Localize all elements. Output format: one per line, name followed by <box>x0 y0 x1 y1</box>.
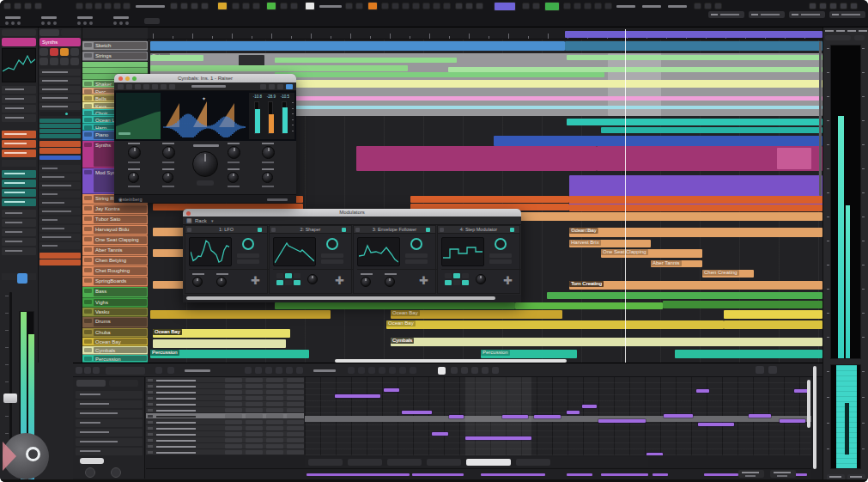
mini-knob[interactable] <box>119 21 123 25</box>
add-modulator-icon[interactable]: ✚ <box>503 274 513 288</box>
editor-button[interactable] <box>471 367 478 374</box>
midi-note[interactable] <box>465 436 531 440</box>
knob[interactable] <box>262 172 273 183</box>
toolbar-button[interactable] <box>94 3 102 9</box>
lane-cell[interactable] <box>246 426 263 430</box>
drum-lane-row[interactable] <box>146 419 304 425</box>
editor-button[interactable] <box>286 367 293 374</box>
mini-knob[interactable] <box>17 21 21 25</box>
lane-cell[interactable] <box>246 444 263 448</box>
accent-button-white[interactable] <box>305 2 315 10</box>
lane-cell[interactable] <box>266 402 283 406</box>
channel-button[interactable] <box>70 48 79 56</box>
depth-knob[interactable] <box>242 238 254 250</box>
lane-cell[interactable] <box>287 426 304 430</box>
editor-button[interactable] <box>93 367 100 374</box>
meter-mode-select[interactable] <box>825 35 851 40</box>
toolbar-button[interactable] <box>14 3 21 9</box>
editor-tab-chip[interactable] <box>308 459 343 466</box>
channel-button[interactable] <box>39 48 48 56</box>
plugin-toolbar-button[interactable] <box>260 84 266 89</box>
toolbar-button[interactable] <box>3 3 11 9</box>
mini-knob[interactable] <box>77 21 81 25</box>
lane-cell[interactable] <box>225 402 242 406</box>
clip[interactable] <box>275 58 457 63</box>
lane-cell[interactable] <box>246 414 263 418</box>
edited-part-chip[interactable] <box>106 367 145 375</box>
toolbar-button[interactable] <box>242 3 250 9</box>
accent-button-orange[interactable] <box>367 2 378 10</box>
track-row[interactable]: Chuba <box>82 328 148 338</box>
modulator-header[interactable]: 4: Step Modulator <box>438 226 519 234</box>
drum-lane-row[interactable] <box>146 395 304 401</box>
editor-button[interactable] <box>245 367 252 374</box>
lane-cell[interactable] <box>246 384 263 388</box>
toolbar-button[interactable] <box>563 3 571 9</box>
midi-note[interactable] <box>534 415 561 418</box>
toolbar-button[interactable] <box>85 3 93 9</box>
tab-visibility[interactable] <box>61 29 81 36</box>
drum-lane-row[interactable] <box>146 377 304 383</box>
clip[interactable] <box>153 281 185 289</box>
window-button[interactable] <box>850 3 858 9</box>
editor-tab-chip[interactable] <box>348 459 382 466</box>
clip[interactable]: Ocean BayOcean BayOcean BayOcean BayOcea… <box>153 329 290 338</box>
lane-cell[interactable] <box>246 432 263 436</box>
toolbar-button[interactable] <box>123 3 131 9</box>
step-cell[interactable] <box>462 280 469 285</box>
panel-tab[interactable] <box>2 29 36 36</box>
midi-note[interactable] <box>567 411 580 414</box>
mini-knob[interactable] <box>83 21 87 25</box>
clip[interactable]: Ocean Bay <box>391 310 562 319</box>
clip[interactable]: Percussion <box>481 350 577 358</box>
workspace-chip[interactable] <box>789 11 825 18</box>
send-slot[interactable] <box>39 148 81 154</box>
toolbar-button[interactable] <box>170 3 178 9</box>
clip[interactable]: Chen Creating <box>702 270 754 278</box>
workspace-chip[interactable] <box>749 11 785 18</box>
jog-dial[interactable] <box>3 433 49 479</box>
lane-cell[interactable] <box>287 390 304 394</box>
tab-inspector[interactable] <box>39 29 59 36</box>
plugin-toolbar-button[interactable] <box>143 84 149 89</box>
knob[interactable] <box>192 151 218 177</box>
clip[interactable] <box>547 292 822 299</box>
clip[interactable] <box>601 127 822 133</box>
toolbar-button[interactable] <box>594 3 602 9</box>
editor-button[interactable] <box>492 367 499 374</box>
knob[interactable] <box>128 146 141 159</box>
step-cell[interactable] <box>294 280 300 285</box>
drum-lane-row[interactable] <box>146 413 304 419</box>
clip[interactable]: Tubor SatoOcean Bay <box>569 228 822 237</box>
modulator-panel[interactable]: 4: Step Modulator✚ <box>437 225 520 294</box>
controller-bar[interactable] <box>567 473 592 476</box>
editor-knob[interactable] <box>85 467 95 478</box>
mini-knob[interactable] <box>11 21 15 25</box>
editor-tab-chip[interactable] <box>427 459 461 466</box>
grid-vertical-scrollbar[interactable] <box>807 380 810 428</box>
toolbar-button[interactable] <box>714 3 722 9</box>
clip[interactable]: Torn CreatingTorn CreatingTorn CreatingT… <box>569 281 822 290</box>
lane-cell[interactable] <box>287 444 304 448</box>
clip[interactable] <box>150 55 203 61</box>
meter-tab[interactable] <box>825 30 834 32</box>
scrollbar-thumb[interactable] <box>186 296 495 300</box>
step-cell[interactable] <box>462 273 469 278</box>
track-row[interactable]: Harvayud Bidu <box>82 225 148 235</box>
clip[interactable] <box>275 302 515 309</box>
meter-option[interactable] <box>854 35 865 40</box>
meter-tab[interactable] <box>847 30 856 32</box>
accent-button-green[interactable] <box>266 2 276 10</box>
volume-slider[interactable] <box>39 112 81 116</box>
fader-handle[interactable] <box>3 394 17 403</box>
toolbar-button[interactable] <box>443 3 451 9</box>
midi-insert-slot[interactable] <box>39 124 81 128</box>
modulator-header[interactable]: 2: Shaper <box>270 226 351 234</box>
toolbar-button[interactable] <box>191 3 198 9</box>
controller-bar[interactable] <box>307 473 410 476</box>
lane-cell[interactable] <box>266 414 283 418</box>
clip[interactable] <box>724 320 822 329</box>
mini-knob[interactable] <box>307 274 318 284</box>
lane-cell[interactable] <box>287 432 304 436</box>
clip[interactable]: CymbalsCymbalsCymbalsCymbals <box>391 338 822 346</box>
